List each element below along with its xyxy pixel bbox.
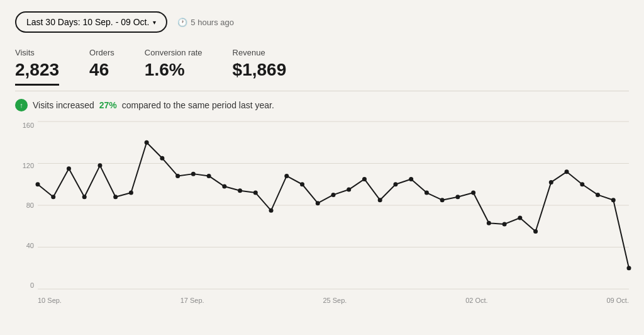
svg-point-40 <box>580 182 584 186</box>
last-updated-text: 5 hours ago <box>191 18 234 27</box>
x-axis-label: 10 Sep. <box>38 297 62 304</box>
y-axis-label: 40 <box>26 242 34 249</box>
insight-percentage: 27% <box>99 100 117 110</box>
metric-value: 1.6% <box>145 60 203 80</box>
y-axis-label: 80 <box>26 202 34 209</box>
svg-point-24 <box>331 193 336 197</box>
metric-orders[interactable]: Orders 46 <box>89 48 114 86</box>
metric-revenue[interactable]: Revenue $1,869 <box>233 48 287 86</box>
metric-label: Conversion rate <box>145 48 203 57</box>
svg-point-22 <box>300 182 304 186</box>
y-axis-label: 0 <box>30 281 34 289</box>
svg-point-19 <box>253 191 258 195</box>
svg-point-31 <box>440 198 445 202</box>
svg-point-38 <box>549 180 553 185</box>
metric-label: Visits <box>15 48 59 57</box>
svg-point-12 <box>145 140 149 145</box>
header-row: Last 30 Days: 10 Sep. - 09 Oct. ▾ 🕐 5 ho… <box>15 11 629 33</box>
svg-point-28 <box>393 182 397 186</box>
x-axis: 10 Sep.17 Sep.25 Sep.02 Oct.09 Oct. <box>38 297 629 304</box>
svg-point-7 <box>67 166 71 171</box>
svg-point-23 <box>316 201 320 205</box>
metric-value: $1,869 <box>233 60 287 80</box>
line-chart <box>38 122 629 289</box>
svg-point-6 <box>51 195 55 199</box>
svg-point-43 <box>627 266 631 270</box>
svg-point-18 <box>238 188 242 193</box>
insight-text-after: compared to the same period last year. <box>122 100 274 110</box>
svg-point-17 <box>222 185 226 189</box>
chevron-down-icon: ▾ <box>153 19 156 26</box>
insight-row: ↑ Visits increased 27% compared to the s… <box>15 99 629 111</box>
svg-point-37 <box>533 229 538 234</box>
svg-point-16 <box>207 174 211 178</box>
metric-label: Revenue <box>233 48 287 57</box>
svg-point-34 <box>487 221 491 225</box>
y-axis-label: 160 <box>23 122 34 129</box>
svg-point-35 <box>502 222 507 226</box>
svg-point-27 <box>378 198 382 202</box>
x-axis-label: 09 Oct. <box>606 297 628 304</box>
chart-area <box>38 122 629 289</box>
svg-point-32 <box>455 195 460 199</box>
svg-point-14 <box>175 174 180 178</box>
svg-point-20 <box>269 208 274 213</box>
x-axis-label: 17 Sep. <box>180 297 204 304</box>
svg-point-13 <box>160 156 164 161</box>
x-axis-label: 02 Oct. <box>465 297 487 304</box>
metric-label: Orders <box>89 48 114 57</box>
svg-point-25 <box>347 188 351 192</box>
date-range-label: Last 30 Days: 10 Sep. - 09 Oct. <box>26 17 149 27</box>
metrics-row: Visits 2,823 Orders 46 Conversion rate 1… <box>15 48 629 86</box>
chart-container: 16012080400 10 Sep.17 Sep.25 Sep.02 Oct.… <box>15 122 629 304</box>
svg-point-36 <box>518 215 522 220</box>
svg-point-30 <box>425 191 429 195</box>
svg-point-41 <box>596 193 600 197</box>
metric-visits[interactable]: Visits 2,823 <box>15 48 59 86</box>
svg-point-29 <box>409 177 413 181</box>
svg-point-5 <box>36 182 40 186</box>
insight-text-before: Visits increased <box>33 100 94 110</box>
trend-up-icon: ↑ <box>15 99 28 111</box>
svg-point-9 <box>97 163 102 168</box>
svg-point-39 <box>565 169 569 174</box>
y-axis: 16012080400 <box>15 122 38 289</box>
y-axis-label: 120 <box>23 162 34 169</box>
svg-point-26 <box>362 177 367 181</box>
svg-point-42 <box>611 198 616 202</box>
clock-icon: 🕐 <box>177 18 187 27</box>
metric-value: 46 <box>89 60 114 80</box>
svg-point-10 <box>113 195 118 199</box>
metric-value: 2,823 <box>15 60 59 80</box>
svg-point-15 <box>191 172 196 176</box>
date-range-button[interactable]: Last 30 Days: 10 Sep. - 09 Oct. ▾ <box>15 11 167 33</box>
metric-conversion-rate[interactable]: Conversion rate 1.6% <box>145 48 203 86</box>
svg-point-8 <box>82 195 87 199</box>
svg-point-11 <box>129 191 133 195</box>
metrics-divider <box>15 91 629 91</box>
x-axis-label: 25 Sep. <box>323 297 347 304</box>
svg-point-33 <box>471 191 475 195</box>
svg-point-21 <box>284 174 289 178</box>
last-updated: 🕐 5 hours ago <box>177 18 234 27</box>
